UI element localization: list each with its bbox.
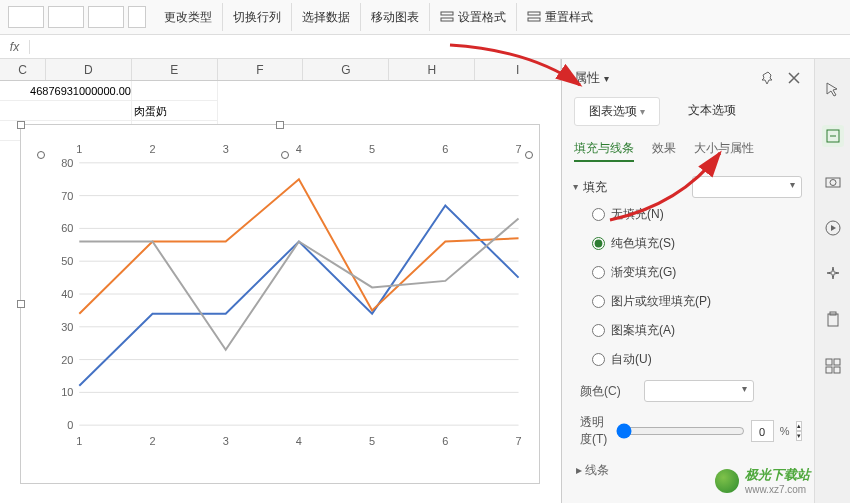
transparency-label: 透明度(T): [580, 414, 610, 448]
select-tool-icon[interactable]: [822, 79, 844, 101]
svg-text:3: 3: [223, 435, 229, 447]
svg-point-38: [830, 180, 836, 186]
line-chart: 0102030405060708012345671234567: [41, 135, 529, 453]
section-fill[interactable]: 填充: [574, 176, 802, 198]
plot-sel-ne[interactable]: [525, 151, 533, 159]
template-thumb-1[interactable]: [8, 6, 44, 28]
fill-none-radio[interactable]: 无填充(N): [592, 206, 802, 223]
svg-rect-1: [441, 18, 453, 21]
fill-gradient-radio[interactable]: 渐变填充(G): [592, 264, 802, 281]
trans-spin-up[interactable]: ▴: [796, 421, 802, 431]
subtab-effects[interactable]: 效果: [652, 140, 676, 162]
col-hdr-C[interactable]: C: [0, 59, 46, 80]
color-picker[interactable]: [644, 380, 754, 402]
svg-rect-43: [834, 359, 840, 365]
switch-row-col-button[interactable]: 切换行列: [223, 3, 292, 31]
trans-spin-down[interactable]: ▾: [796, 431, 802, 441]
svg-rect-42: [826, 359, 832, 365]
template-thumb-2[interactable]: [48, 6, 84, 28]
template-thumb-4[interactable]: [128, 6, 146, 28]
col-hdr-E[interactable]: E: [132, 59, 218, 80]
svg-text:70: 70: [61, 190, 73, 202]
resize-handle-w[interactable]: [17, 300, 25, 308]
svg-text:1: 1: [76, 435, 82, 447]
svg-text:5: 5: [369, 435, 375, 447]
resize-handle-n[interactable]: [276, 121, 284, 129]
tab-text-options[interactable]: 文本选项: [674, 97, 750, 126]
svg-text:40: 40: [61, 288, 73, 300]
fill-auto-radio[interactable]: 自动(U): [592, 351, 802, 368]
transparency-slider[interactable]: [616, 423, 745, 439]
svg-rect-45: [834, 367, 840, 373]
reset-style-label: 重置样式: [545, 9, 593, 26]
svg-rect-40: [828, 314, 838, 326]
cell-d1[interactable]: [132, 81, 218, 101]
fill-solid-radio[interactable]: 纯色填充(S): [592, 235, 802, 252]
plot-sel-n[interactable]: [281, 151, 289, 159]
right-sidebar: [814, 59, 850, 503]
sparkle-icon[interactable]: [822, 263, 844, 285]
select-data-button[interactable]: 选择数据: [292, 3, 361, 31]
svg-text:50: 50: [61, 255, 73, 267]
grid-icon[interactable]: [822, 355, 844, 377]
svg-rect-0: [441, 12, 453, 15]
svg-text:30: 30: [61, 321, 73, 333]
row-2: 肉蛋奶: [0, 101, 561, 121]
column-headers: C D E F G H I: [0, 59, 561, 81]
clipboard-icon[interactable]: [822, 309, 844, 331]
subtab-fill-line[interactable]: 填充与线条: [574, 140, 634, 162]
resize-handle-nw[interactable]: [17, 121, 25, 129]
fx-label: fx: [0, 40, 30, 54]
fill-pattern-radio[interactable]: 图案填充(A): [592, 322, 802, 339]
svg-text:3: 3: [223, 143, 229, 155]
col-hdr-D[interactable]: D: [46, 59, 132, 80]
move-chart-button[interactable]: 移动图表: [361, 3, 430, 31]
subtab-size-prop[interactable]: 大小与属性: [694, 140, 754, 162]
set-format-button[interactable]: 设置格式: [430, 3, 517, 31]
fill-options: 无填充(N) 纯色填充(S) 渐变填充(G) 图片或纹理填充(P) 图案填充(A…: [574, 206, 802, 368]
watermark-url: www.xz7.com: [745, 484, 810, 495]
style-tool-icon[interactable]: [822, 125, 844, 147]
fill-preview-dropdown[interactable]: [692, 176, 802, 198]
plot-sel-nw[interactable]: [37, 151, 45, 159]
tab-chart-options[interactable]: 图表选项 ▾: [574, 97, 660, 126]
col-hdr-I[interactable]: I: [475, 59, 561, 80]
watermark-logo-icon: [715, 469, 739, 493]
reset-style-button[interactable]: 重置样式: [517, 3, 603, 31]
template-thumb-3[interactable]: [88, 6, 124, 28]
chart-plot-area[interactable]: 0102030405060708012345671234567: [41, 135, 529, 453]
col-hdr-H[interactable]: H: [389, 59, 475, 80]
svg-text:6: 6: [442, 143, 448, 155]
cell-d2[interactable]: 肉蛋奶: [132, 101, 218, 121]
col-hdr-G[interactable]: G: [303, 59, 389, 80]
format-icon: [440, 10, 454, 24]
watermark: 极光下载站 www.xz7.com: [715, 466, 810, 495]
color-label: 颜色(C): [580, 383, 644, 400]
close-icon[interactable]: [786, 70, 802, 86]
svg-text:7: 7: [515, 435, 521, 447]
svg-text:60: 60: [61, 222, 73, 234]
watermark-text: 极光下载站: [745, 466, 810, 484]
pin-icon[interactable]: [760, 70, 776, 86]
play-icon[interactable]: [822, 217, 844, 239]
properties-panel: 属性 ▾ 图表选项 ▾ 文本选项 填充与线条 效果 大小与属性 填充: [562, 59, 814, 503]
svg-text:4: 4: [296, 143, 302, 155]
transparency-value[interactable]: 0: [751, 420, 774, 442]
cell-c1[interactable]: 46876931000000.00: [0, 81, 132, 101]
svg-text:2: 2: [149, 143, 155, 155]
chart-templates-group: [0, 6, 154, 28]
change-type-button[interactable]: 更改类型: [154, 3, 223, 31]
row-1: 46876931000000.00: [0, 81, 561, 101]
col-hdr-F[interactable]: F: [218, 59, 304, 80]
svg-text:10: 10: [61, 386, 73, 398]
fill-picture-radio[interactable]: 图片或纹理填充(P): [592, 293, 802, 310]
svg-text:20: 20: [61, 354, 73, 366]
chart-object[interactable]: 0102030405060708012345671234567: [20, 124, 540, 484]
camera-icon[interactable]: [822, 171, 844, 193]
svg-rect-3: [528, 18, 540, 21]
svg-text:2: 2: [149, 435, 155, 447]
ribbon-toolbar: 更改类型 切换行列 选择数据 移动图表 设置格式 重置样式: [0, 0, 850, 35]
svg-text:5: 5: [369, 143, 375, 155]
svg-text:7: 7: [515, 143, 521, 155]
formula-bar: fx: [0, 35, 850, 59]
